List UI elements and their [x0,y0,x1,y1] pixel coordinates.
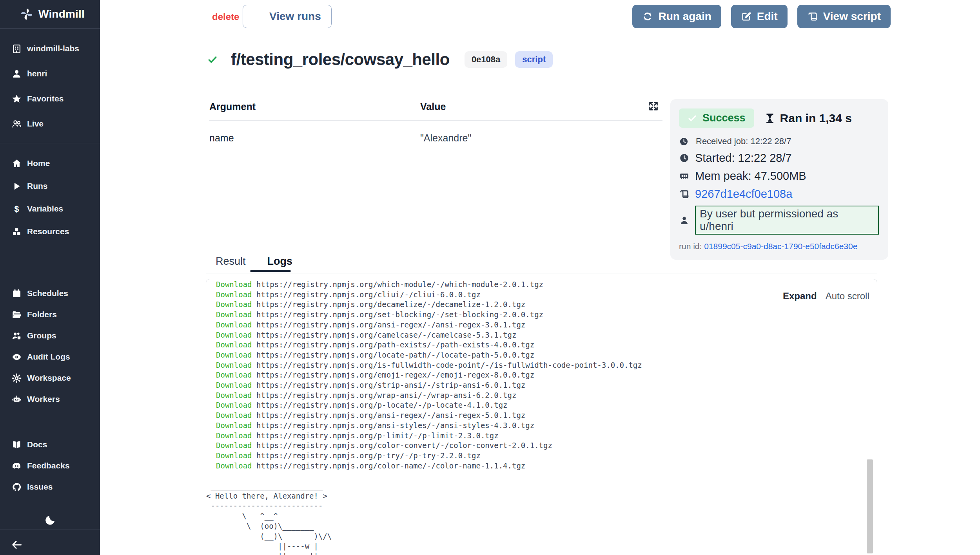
collapse-sidebar-icon[interactable] [9,539,24,551]
sidebar-item-label: Schedules [27,289,68,298]
app-title: Windmill [38,8,85,20]
log-line: Download https://registry.npmjs.org/wrap… [216,390,877,401]
tabs-divider [206,273,877,273]
script-icon [679,189,690,199]
sidebar-item-label: Resources [27,227,69,236]
log-line: Download https://registry.npmjs.org/path… [216,340,877,350]
sidebar-item-variables[interactable]: $Variables [0,197,100,220]
sidebar-item-home[interactable]: Home [0,152,100,175]
run-again-button[interactable]: Run again [632,5,721,28]
sidebar-item-live[interactable]: Live [0,111,100,136]
sidebar-item-workers[interactable]: Workers [0,389,100,410]
argument-name-cell: name [209,132,420,144]
job-hash-link[interactable]: 9267d1e4cf0e108a [695,188,792,201]
sidebar-item-issues[interactable]: Issues [0,476,100,497]
log-line: Download https://registry.npmjs.org/stri… [216,380,877,390]
sidebar-item-groups[interactable]: Groups [0,325,100,346]
sidebar-item-audit-logs[interactable]: Audit Logs [0,346,100,367]
view-runs-button[interactable]: View runs [243,5,332,28]
run-again-label: Run again [658,10,711,23]
clock-icon [679,137,689,146]
received-line: Received job: 12:22 28/7 [679,136,879,146]
log-line: Download https://registry.npmjs.org/came… [216,330,877,340]
sidebar-item-favorites[interactable]: Favorites [0,86,100,111]
play-icon [11,181,22,192]
expand-arguments-icon[interactable] [648,100,659,112]
sidebar-item-label: Audit Logs [27,352,70,362]
started-line: Started: 12:22 28/7 [679,152,879,165]
arguments-table-header: Argument Value [209,101,662,121]
edit-button[interactable]: Edit [731,5,788,28]
user-icon [11,69,22,79]
cubes-icon [11,226,22,237]
expand-logs-button[interactable]: Expand [783,291,817,302]
check-icon [688,114,697,123]
sidebar-item-label: Runs [27,181,48,191]
log-line: Download https://registry.npmjs.org/p-li… [216,431,877,441]
tab-result[interactable]: Result [216,255,246,268]
page-title: f/testing_roles/cowsay_hello [231,50,450,69]
moon-icon[interactable] [44,514,56,526]
status-row: Success Ran in 1,34 s [679,108,879,128]
view-runs-label: View runs [269,10,321,23]
log-line: Download https://registry.npmjs.org/loca… [216,350,877,360]
log-line: Download https://registry.npmjs.org/emoj… [216,370,877,380]
eye-icon [11,352,22,362]
edit-label: Edit [757,10,778,23]
run-id-link[interactable]: 01899c05-c9a0-d8ac-1790-e50fadc6e30e [704,242,857,251]
sidebar-group-main: HomeRuns$VariablesResources [0,152,100,243]
permission-line: By user but permissioned as u/henri [679,206,879,235]
view-script-label: View script [823,10,881,23]
sidebar-item-henri[interactable]: henri [0,61,100,86]
memory-icon [679,171,690,181]
sidebar-item-folders[interactable]: Folders [0,304,100,325]
sidebar-item-label: Favorites [27,94,64,103]
toolbar-actions: Run again Edit View script [632,5,891,28]
sidebar-item-label: Feedbacks [27,461,70,470]
windmill-logo-icon [20,7,34,21]
robot-icon [11,394,22,405]
mem-peak-line: Mem peak: 47.500MB [679,170,879,183]
mem-peak-label: Mem peak: 47.500MB [695,170,806,183]
sidebar-group-help: DocsFeedbacksIssues [0,434,100,497]
refresh-icon [642,11,653,22]
sidebar-item-workspace[interactable]: Workspace [0,367,100,389]
home-icon [11,158,22,169]
sidebar-item-label: Home [27,159,50,168]
log-line: Download https://registry.npmjs.org/colo… [216,461,877,471]
user-group-icon [11,331,22,341]
sidebar-item-label: Docs [27,440,47,449]
log-line: Download https://registry.npmjs.org/p-lo… [216,400,877,410]
sidebar-item-label: Workspace [27,373,71,383]
tab-logs[interactable]: Logs [267,255,293,268]
log-line: Download https://registry.npmjs.org/p-tr… [216,451,877,461]
view-script-button[interactable]: View script [797,5,891,28]
sidebar-item-label: windmill-labs [27,44,79,53]
clock-icon [679,153,690,163]
sidebar-item-windmill-labs[interactable]: windmill-labs [0,36,100,61]
calendar-icon [11,288,22,299]
run-id-line: run id: 01899c05-c9a0-d8ac-1790-e50fadc6… [679,242,879,251]
log-controls: Expand Auto scroll [769,280,876,312]
sidebar-item-resources[interactable]: Resources [0,220,100,243]
sidebar-item-label: Variables [27,204,63,213]
auto-scroll-toggle[interactable]: Auto scroll [826,291,869,302]
log-viewer[interactable]: Download https://registry.npmjs.org/whic… [206,279,877,555]
status-badge: Success [679,108,754,128]
log-scrollbar-thumb[interactable] [867,459,873,553]
sidebar-divider [0,530,100,530]
sidebar-item-label: Live [27,119,44,128]
sidebar-item-feedbacks[interactable]: Feedbacks [0,455,100,476]
sidebar-item-runs[interactable]: Runs [0,175,100,197]
hash-badge: 0e108a [465,51,507,68]
pencil-icon [741,11,752,22]
sidebar-item-docs[interactable]: Docs [0,434,100,455]
windmill-logo[interactable]: Windmill [0,0,100,29]
received-label: Received job: 12:22 28/7 [696,136,791,146]
log-line: Download https://registry.npmjs.org/ansi… [216,410,877,421]
delete-button[interactable]: delete [212,11,239,22]
sidebar-item-label: Folders [27,310,57,319]
log-line: Download https://registry.npmjs.org/ansi… [216,421,877,431]
sidebar-group-workspace: windmill-labshenriFavoritesLive [0,36,100,136]
sidebar-item-schedules[interactable]: Schedules [0,283,100,304]
